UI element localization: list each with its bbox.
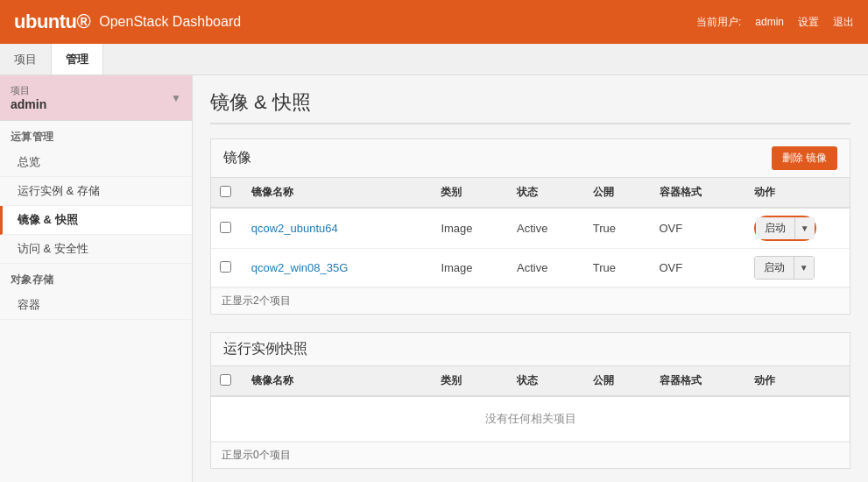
- logo-area: ubuntu® OpenStack Dashboard: [14, 11, 696, 33]
- project-selector[interactable]: 项目 admin ▼: [0, 75, 192, 121]
- col-header-format: 容器格式: [651, 178, 745, 208]
- project-label: 项目: [11, 84, 46, 97]
- row-type-cell: Image: [432, 208, 508, 249]
- main-content: 镜像 & 快照 镜像 删除 镜像 镜像名称 类别 状态 公開 容器格式 动作: [193, 75, 868, 482]
- main-layout: 项目 admin ▼ 运算管理 总览 运行实例 & 存储 镜像 & 快照 访问 …: [0, 75, 868, 482]
- row-format-cell: OVF: [651, 249, 745, 287]
- top-nav-right: 当前用户: admin 设置 退出: [696, 15, 854, 30]
- row-check-cell: [211, 249, 243, 287]
- action-launch-button-1[interactable]: 启动: [755, 257, 794, 279]
- table-row: qcow2_win08_35G Image Active True OVF 启动…: [211, 249, 850, 287]
- images-table-header-row: 镜像名称 类别 状态 公開 容器格式 动作: [211, 178, 850, 208]
- nav-item-project[interactable]: 项目: [0, 44, 52, 74]
- openstack-label: OpenStack Dashboard: [99, 14, 241, 30]
- select-all-checkbox[interactable]: [220, 186, 231, 197]
- row-status-cell: Active: [508, 208, 584, 249]
- images-section: 镜像 删除 镜像 镜像名称 类别 状态 公開 容器格式 动作: [210, 138, 850, 315]
- current-user-label: 当前用户:: [696, 15, 741, 30]
- project-name: admin: [11, 97, 46, 111]
- row-name-cell: qcow2_ubuntu64: [243, 208, 433, 249]
- action-group-0: 启动 ▼: [754, 216, 816, 241]
- delete-images-button[interactable]: 删除 镜像: [772, 146, 837, 170]
- compute-section-title: 运算管理: [0, 121, 192, 148]
- object-section-title: 对象存储: [0, 264, 192, 291]
- top-navbar: ubuntu® OpenStack Dashboard 当前用户: admin …: [0, 0, 868, 44]
- snapshots-table-footer: 正显示0个项目: [211, 442, 850, 468]
- action-launch-button-0[interactable]: 启动: [756, 217, 794, 239]
- snap-col-header-name: 镜像名称: [243, 366, 433, 396]
- snap-col-header-type: 类别: [432, 366, 508, 396]
- col-header-name: 镜像名称: [243, 178, 433, 208]
- current-user-name: admin: [755, 16, 784, 28]
- row-type-cell: Image: [432, 249, 508, 287]
- row-check-cell: [211, 208, 243, 249]
- col-header-status: 状态: [508, 178, 584, 208]
- images-section-header: 镜像 删除 镜像: [211, 139, 850, 178]
- second-navbar: 项目 管理: [0, 44, 868, 75]
- snap-col-header-action: 动作: [745, 366, 850, 396]
- ubuntu-logo: ubuntu®: [14, 11, 90, 33]
- image-name-link-0[interactable]: qcow2_ubuntu64: [251, 222, 338, 235]
- snapshots-section: 运行实例快照 镜像名称 类别 状态 公開 容器格式 动作: [210, 332, 850, 469]
- images-table-footer: 正显示2个项目: [211, 287, 850, 314]
- image-name-link-1[interactable]: qcow2_win08_35G: [251, 261, 349, 274]
- row-status-cell: Active: [508, 249, 584, 287]
- snap-col-header-format: 容器格式: [651, 366, 745, 396]
- sidebar-item-containers[interactable]: 容器: [0, 291, 192, 320]
- snap-col-header-status: 状态: [508, 366, 584, 396]
- snap-col-header-check: [211, 366, 243, 396]
- row-public-cell: True: [584, 249, 651, 287]
- action-dropdown-button-0[interactable]: ▼: [794, 217, 815, 239]
- row-name-cell: qcow2_win08_35G: [243, 249, 433, 287]
- snapshots-section-title: 运行实例快照: [223, 340, 307, 358]
- row-format-cell: OVF: [651, 208, 745, 249]
- snapshots-table-header-row: 镜像名称 类别 状态 公開 容器格式 动作: [211, 366, 850, 396]
- sidebar-item-images[interactable]: 镜像 & 快照: [0, 206, 192, 235]
- snapshots-section-header: 运行实例快照: [211, 333, 850, 366]
- col-header-type: 类别: [432, 178, 508, 208]
- action-group-1: 启动 ▼: [754, 256, 815, 280]
- col-header-check: [211, 178, 243, 208]
- images-section-title: 镜像: [223, 149, 251, 167]
- sidebar-item-instances[interactable]: 运行实例 & 存储: [0, 177, 192, 206]
- snap-col-header-public: 公開: [584, 366, 651, 396]
- sidebar-item-access[interactable]: 访问 & 安全性: [0, 235, 192, 264]
- row-public-cell: True: [584, 208, 651, 249]
- snapshots-table: 镜像名称 类别 状态 公開 容器格式 动作 没有任何相关项目: [211, 366, 850, 442]
- sidebar: 项目 admin ▼ 运算管理 总览 运行实例 & 存储 镜像 & 快照 访问 …: [0, 75, 193, 482]
- col-header-action: 动作: [745, 178, 850, 208]
- table-row: qcow2_ubuntu64 Image Active True OVF 启动 …: [211, 208, 850, 249]
- settings-link[interactable]: 设置: [798, 15, 819, 30]
- project-dropdown-arrow: ▼: [171, 92, 181, 104]
- images-table: 镜像名称 类别 状态 公開 容器格式 动作 qcow2_ubuntu64 Ima…: [211, 178, 850, 287]
- page-title: 镜像 & 快照: [210, 89, 850, 124]
- row-checkbox-0[interactable]: [220, 222, 231, 233]
- snapshots-empty-message: 没有任何相关项目: [211, 396, 850, 442]
- sidebar-item-overview[interactable]: 总览: [0, 148, 192, 177]
- row-action-cell: 启动 ▼: [745, 249, 850, 287]
- nav-item-admin[interactable]: 管理: [52, 44, 103, 74]
- snap-select-all-checkbox[interactable]: [220, 374, 231, 386]
- logout-link[interactable]: 退出: [833, 15, 854, 30]
- row-checkbox-1[interactable]: [220, 261, 231, 273]
- snapshots-empty-row: 没有任何相关项目: [211, 396, 850, 442]
- action-dropdown-button-1[interactable]: ▼: [794, 257, 814, 279]
- row-action-cell: 启动 ▼: [745, 208, 850, 249]
- col-header-public: 公開: [584, 178, 651, 208]
